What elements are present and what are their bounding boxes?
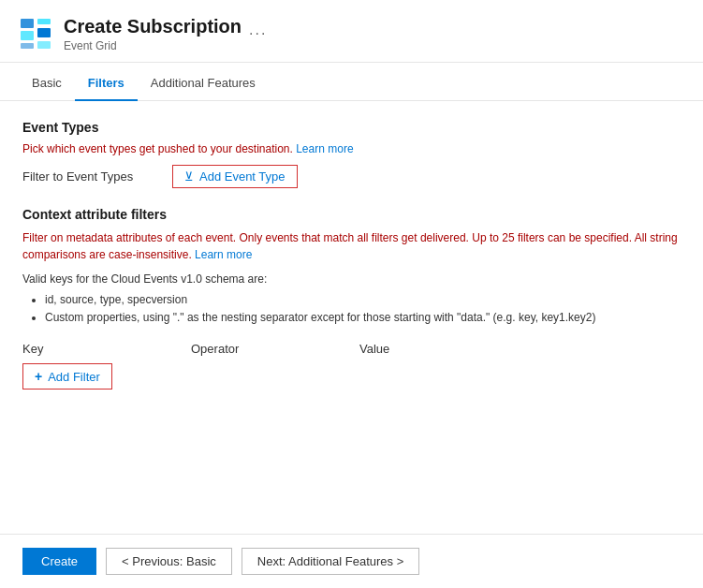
tab-bar: Basic Filters Additional Features — [0, 66, 703, 101]
valid-keys-label: Valid keys for the Cloud Events v1.0 sch… — [22, 272, 681, 286]
main-content: Event Types Pick which event types get p… — [0, 101, 703, 534]
svg-rect-3 — [37, 19, 51, 24]
add-filter-label: Add Filter — [48, 370, 100, 384]
page-header: Create Subscription Event Grid ··· — [0, 0, 703, 63]
page-title: Create Subscription — [64, 15, 242, 37]
context-filters-title: Context attribute filters — [22, 207, 681, 222]
col-header-key: Key — [22, 342, 191, 356]
col-header-operator: Operator — [191, 342, 359, 356]
list-item: Custom properties, using "." as the nest… — [45, 309, 681, 327]
previous-basic-button[interactable]: < Previous: Basic — [106, 548, 232, 575]
filter-to-event-types-row: Filter to Event Types ⊻ Add Event Type — [22, 165, 681, 188]
page-subtitle: Event Grid — [64, 39, 242, 52]
svg-rect-5 — [37, 41, 51, 49]
tab-additional-features[interactable]: Additional Features — [138, 66, 269, 101]
event-grid-icon — [19, 17, 52, 51]
context-filters-section: Context attribute filters Filter on meta… — [22, 207, 681, 390]
plus-icon: + — [35, 369, 42, 384]
footer-actions: Create < Previous: Basic Next: Additiona… — [0, 534, 703, 588]
event-types-title: Event Types — [22, 120, 681, 135]
add-event-type-label: Add Event Type — [199, 169, 286, 184]
tab-basic[interactable]: Basic — [19, 66, 75, 101]
event-types-section: Event Types Pick which event types get p… — [22, 120, 681, 188]
event-types-desc-text: Pick which event types get pushed to you… — [22, 142, 293, 155]
event-types-desc: Pick which event types get pushed to you… — [22, 142, 681, 155]
svg-rect-0 — [21, 19, 34, 28]
more-options-icon[interactable]: ··· — [249, 25, 267, 42]
add-filter-button[interactable]: + Add Filter — [22, 363, 112, 390]
filter-to-event-types-label: Filter to Event Types — [22, 169, 172, 184]
header-text-group: Create Subscription Event Grid — [64, 15, 242, 52]
valid-keys-list: id, source, type, specversion Custom pro… — [22, 291, 681, 327]
svg-rect-1 — [21, 31, 34, 40]
create-button[interactable]: Create — [22, 548, 96, 575]
tab-filters[interactable]: Filters — [75, 66, 138, 101]
context-filters-learn-more[interactable]: Learn more — [195, 248, 252, 261]
filter-columns-header: Key Operator Value — [22, 342, 681, 356]
filter-funnel-icon: ⊻ — [184, 169, 194, 184]
add-event-type-button[interactable]: ⊻ Add Event Type — [172, 165, 298, 188]
context-filters-desc: Filter on metadata attributes of each ev… — [22, 229, 681, 263]
svg-rect-2 — [21, 43, 34, 49]
event-types-learn-more[interactable]: Learn more — [296, 142, 353, 155]
col-header-value: Value — [359, 342, 528, 356]
list-item: id, source, type, specversion — [45, 291, 681, 309]
next-additional-features-button[interactable]: Next: Additional Features > — [242, 548, 419, 575]
svg-rect-4 — [37, 28, 51, 37]
context-filters-desc-text: Filter on metadata attributes of each ev… — [22, 231, 678, 261]
